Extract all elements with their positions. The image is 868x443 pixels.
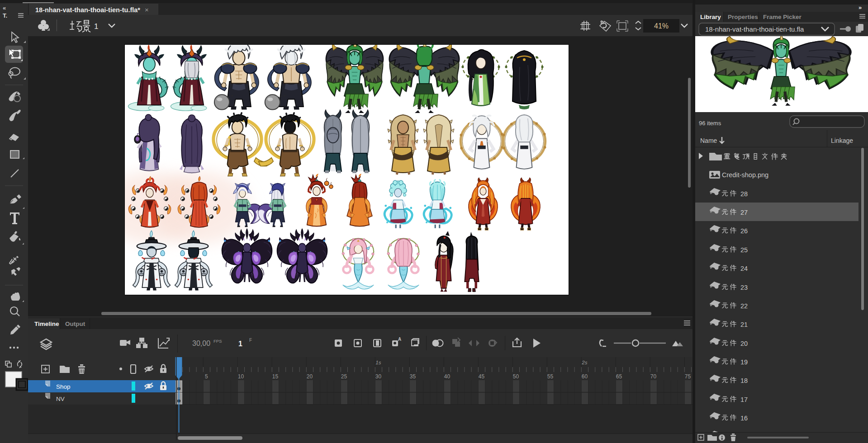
svg-text:55: 55 xyxy=(547,373,554,380)
svg-text:21: 21 xyxy=(740,321,748,328)
svg-text:Timeline: Timeline xyxy=(34,320,59,327)
svg-text:75: 75 xyxy=(685,373,691,380)
svg-text:40: 40 xyxy=(444,373,451,380)
svg-text:Credit-shop.png: Credit-shop.png xyxy=(722,171,768,179)
svg-text:45: 45 xyxy=(479,373,485,380)
svg-text:27: 27 xyxy=(740,209,748,216)
svg-text:17: 17 xyxy=(740,396,748,403)
svg-text:18-nhan-vat-than-thoai-tien-tu: 18-nhan-vat-than-thoai-tien-tu.fla xyxy=(705,25,804,33)
svg-text:10: 10 xyxy=(238,373,244,380)
svg-text:18: 18 xyxy=(740,377,748,384)
svg-text:25: 25 xyxy=(341,373,347,380)
svg-text:15: 15 xyxy=(272,373,279,380)
svg-text:30: 30 xyxy=(375,373,382,380)
svg-text:28: 28 xyxy=(740,190,748,198)
svg-text:26: 26 xyxy=(740,227,748,235)
svg-text:30,00: 30,00 xyxy=(192,339,210,347)
svg-text:41%: 41% xyxy=(654,22,669,30)
svg-text:1s: 1s xyxy=(375,360,381,365)
svg-text:Properties: Properties xyxy=(728,14,758,20)
svg-text:A: A xyxy=(398,337,401,342)
svg-text:25: 25 xyxy=(740,246,748,254)
svg-text:24: 24 xyxy=(740,265,748,272)
svg-text:Library: Library xyxy=(700,14,721,20)
svg-text:Frame Picker: Frame Picker xyxy=(763,14,802,20)
svg-text:Linkage: Linkage xyxy=(831,137,853,144)
svg-text:FPS: FPS xyxy=(213,339,222,344)
svg-text:NV: NV xyxy=(56,396,65,402)
svg-text:65: 65 xyxy=(616,373,622,380)
svg-text:20: 20 xyxy=(307,373,313,380)
svg-text:19: 19 xyxy=(740,358,748,366)
svg-text:1: 1 xyxy=(238,340,242,348)
svg-text:5: 5 xyxy=(205,373,208,380)
svg-text:F: F xyxy=(249,338,252,343)
svg-text:50: 50 xyxy=(513,373,519,380)
svg-text:1: 1 xyxy=(94,22,98,31)
svg-text:16: 16 xyxy=(740,415,748,422)
svg-text:2s: 2s xyxy=(581,360,587,365)
svg-text:20: 20 xyxy=(740,340,748,347)
svg-text:22: 22 xyxy=(740,302,748,310)
svg-text:60: 60 xyxy=(582,373,588,380)
svg-text:Shop: Shop xyxy=(56,383,71,390)
svg-text:35: 35 xyxy=(410,373,416,380)
svg-text:23: 23 xyxy=(740,284,748,291)
svg-text:Name: Name xyxy=(700,137,717,144)
svg-text:Output: Output xyxy=(65,320,85,327)
svg-text:70: 70 xyxy=(650,373,657,380)
svg-text:96 items: 96 items xyxy=(699,120,721,127)
